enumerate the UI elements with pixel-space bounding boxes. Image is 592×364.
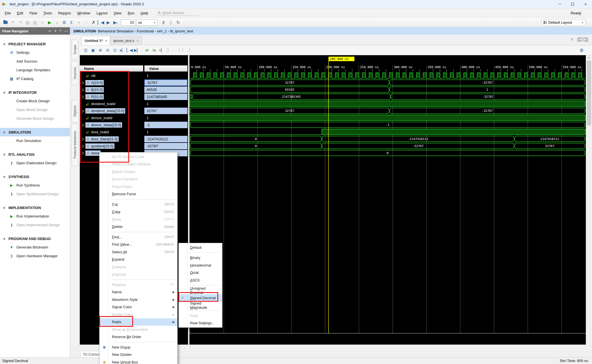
wave-settings-gear-icon[interactable]: ⚙: [580, 48, 584, 53]
sidebar-item-settings[interactable]: ⚙Settings: [0, 48, 70, 57]
tab-ipcore-test[interactable]: ipcore_test.v×: [110, 36, 142, 45]
signal-value-b-15-0[interactable]: 65535: [144, 86, 187, 93]
minimize-button[interactable]: [553, 0, 566, 8]
menu-item-paste[interactable]: PasteCtrl+V: [100, 216, 177, 223]
run-all-icon[interactable]: ▶: [105, 20, 112, 25]
signal-value-clk[interactable]: 1: [144, 72, 187, 79]
side-tab-protocol-instances[interactable]: Protocol Instances: [72, 124, 78, 166]
flow-section-header-implementation[interactable]: ∨IMPLEMENTATION: [0, 203, 70, 212]
menu-item-select-all[interactable]: Select AllCtrl+A: [100, 248, 177, 256]
copy-icon[interactable]: ▤: [24, 20, 31, 25]
menu-item-ungroup[interactable]: Ungroup: [100, 271, 177, 278]
menu-item-signed-decimal[interactable]: ✔Signed Decimal: [179, 294, 222, 302]
run-icon[interactable]: ▶: [46, 20, 53, 25]
close-button[interactable]: ×: [579, 0, 592, 8]
sidebar-item-open-block-design[interactable]: Open Block Design: [0, 105, 70, 114]
step-icon[interactable]: ⊻: [160, 20, 167, 25]
flow-section-header-program-and-debug[interactable]: ∨PROGRAM AND DEBUG: [0, 234, 70, 243]
menu-tools[interactable]: Tools: [40, 11, 55, 15]
menu-item-report-drivers[interactable]: Report Drivers: [100, 168, 177, 176]
expand-chevron-icon[interactable]: ❯: [82, 123, 85, 126]
expand-chevron-icon[interactable]: ❯: [82, 88, 85, 91]
menu-item-signed-magnitude[interactable]: Signed Magnitude: [179, 302, 222, 309]
menu-window[interactable]: Window: [74, 11, 93, 15]
collapse-right-icon[interactable]: 〉: [184, 345, 187, 350]
restart-simulation-icon[interactable]: ▏◀: [97, 20, 105, 25]
menu-item-cut[interactable]: CutCtrl+X: [100, 201, 177, 208]
expand-chevron-icon[interactable]: ❯: [82, 145, 85, 148]
sidebar-item-run-simulation[interactable]: Run Simulation: [0, 136, 70, 145]
menu-view[interactable]: View: [111, 11, 125, 15]
next-transition-icon[interactable]: ⇆: [151, 48, 158, 52]
menu-item-default[interactable]: Default: [179, 244, 222, 251]
help-icon[interactable]: ?: [571, 38, 573, 42]
go-to-time-zero-icon[interactable]: ▏◀: [126, 48, 133, 52]
menu-item-radix[interactable]: Radix▶: [100, 318, 177, 326]
sidebar-item-run-synthesis[interactable]: ▶Run Synthesis: [0, 181, 70, 190]
menu-edit[interactable]: Edit: [14, 11, 26, 15]
signal-value-p-31-0[interactable]: 2147385345: [144, 94, 187, 100]
zoom-fit-icon[interactable]: ⊡: [111, 48, 119, 52]
menu-item-show-as-enumeration[interactable]: Show as Enumeration: [100, 326, 177, 333]
menu-item-unsigned-decimal[interactable]: Unsigned Decimal: [179, 287, 222, 294]
quick-access-search[interactable]: Quick Access: [156, 10, 199, 16]
time-unit-select[interactable]: us∨: [136, 19, 158, 26]
zoom-to-cursor-icon[interactable]: ▸▏: [119, 48, 126, 52]
signal-value-divisor-tdata-15-0[interactable]: -1: [144, 122, 187, 128]
sidebar-item-run-implementation[interactable]: ▶Run Implementation: [0, 212, 70, 221]
name-column-header[interactable]: Name: [80, 65, 143, 72]
expand-chevron-icon[interactable]: ❯: [82, 152, 85, 155]
side-tab-scope[interactable]: Scope: [72, 40, 78, 59]
menu-item-copy[interactable]: CopyCtrl+C: [100, 208, 177, 216]
collapse-all-icon[interactable]: ≍: [48, 29, 51, 33]
menu-item-ascii[interactable]: ASCII: [179, 276, 222, 284]
menu-item-show-in-object-window[interactable]: Show in Object Window: [100, 161, 177, 168]
find-icon[interactable]: Q: [82, 48, 89, 52]
signal-value-dout-tvalid[interactable]: 1: [144, 129, 187, 135]
undo-icon[interactable]: ↶: [9, 20, 17, 25]
expand-chevron-icon[interactable]: ❯: [82, 137, 85, 141]
sidebar-item-open-elaborated-design[interactable]: ❯Open Elaborated Design: [0, 159, 70, 167]
value-column-header[interactable]: Value: [144, 65, 187, 72]
previous-transition-icon[interactable]: ⇄: [143, 48, 151, 52]
menu-item-signal-color[interactable]: Signal Color▶: [100, 303, 177, 311]
menu-item-hexadecimal[interactable]: Hexadecimal: [179, 261, 222, 269]
zoom-in-icon[interactable]: ⊕: [97, 48, 104, 52]
menu-item-binary[interactable]: Binary: [179, 254, 222, 262]
signal-value-dout-tdata-31-0[interactable]: -2147418112: [144, 136, 187, 142]
run-for-time-icon[interactable]: ▶ₜ: [112, 20, 119, 25]
side-tab-sources[interactable]: Sources: [72, 61, 78, 85]
menu-item-reverse-bit-order[interactable]: Reverse Bit Order: [100, 333, 177, 341]
sidebar-item-open-hardware-manager[interactable]: ❯Open Hardware Manager: [0, 252, 70, 260]
menu-item-divider-color[interactable]: Divider Color▶: [100, 311, 177, 318]
flow-section-header-project-manager[interactable]: ∨PROJECT MANAGER: [0, 40, 70, 48]
previous-falling-edge-icon[interactable]: ▏←: [168, 48, 175, 52]
paste-icon[interactable]: ▥: [31, 20, 39, 25]
signal-value-dividend-tvalid[interactable]: 1: [144, 101, 187, 107]
signal-value-quotient-15-0[interactable]: -32767: [144, 143, 187, 149]
menu-item-remove-force[interactable]: Remove Force: [100, 190, 177, 198]
expand-chevron-icon[interactable]: ❯: [82, 81, 85, 84]
next-falling-edge-icon[interactable]: →▏: [175, 48, 182, 52]
menu-file[interactable]: File: [2, 11, 14, 15]
menu-item-waveform-style[interactable]: Waveform Style▶: [100, 296, 177, 303]
cancel-icon[interactable]: ×: [75, 20, 83, 25]
flow-section-header-ip-integrator[interactable]: ∨IP INTEGRATOR: [0, 88, 70, 97]
sidebar-item-add-sources[interactable]: Add Sources: [0, 57, 70, 66]
go-to-last-time-icon[interactable]: ▶▏: [133, 48, 141, 52]
sidebar-item-create-block-design[interactable]: Create Block Design: [0, 97, 70, 105]
float-window-icon[interactable]: [577, 38, 580, 41]
open-project-icon[interactable]: [3, 21, 8, 24]
menu-item-delete[interactable]: DeleteDelete: [100, 223, 177, 231]
menu-item-octal[interactable]: Octal: [179, 269, 222, 277]
menu-item-collapse[interactable]: Collapse: [100, 263, 177, 271]
tab-untitled-1[interactable]: Untitled 1*×: [81, 36, 110, 45]
menu-item-expand[interactable]: Expand: [100, 256, 177, 263]
expand-chevron-icon[interactable]: ❯: [82, 109, 85, 112]
layout-select[interactable]: Default Layout ∨: [541, 19, 586, 26]
kill-simulation-icon[interactable]: ✗: [90, 20, 97, 25]
close-tab-icon[interactable]: ×: [105, 39, 107, 43]
sidebar-item-language-templates[interactable]: Language Templates: [0, 66, 70, 74]
span-cursors-icon[interactable]: ▏↔▏: [182, 48, 193, 52]
flow-section-header-rtl-analysis[interactable]: ∨RTL ANALYSIS: [0, 150, 70, 159]
